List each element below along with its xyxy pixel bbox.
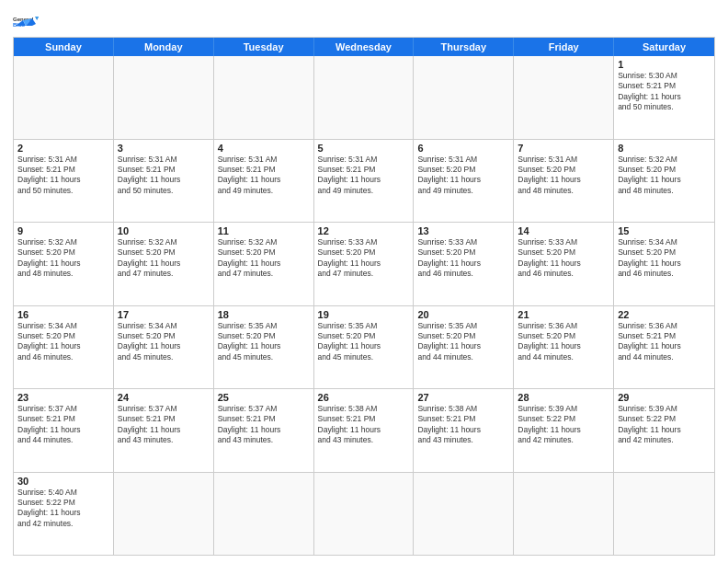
- cal-cell: 8Sunrise: 5:32 AM Sunset: 5:20 PM Daylig…: [614, 140, 714, 223]
- header: General Blue: [13, 9, 715, 33]
- cal-cell: [414, 473, 514, 556]
- calendar-row-2: 9Sunrise: 5:32 AM Sunset: 5:20 PM Daylig…: [14, 223, 714, 306]
- header-day-saturday: Saturday: [614, 38, 714, 56]
- day-info: Sunrise: 5:38 AM Sunset: 5:21 PM Dayligh…: [318, 404, 410, 446]
- day-info: Sunrise: 5:40 AM Sunset: 5:22 PM Dayligh…: [17, 488, 109, 530]
- cal-cell: 28Sunrise: 5:39 AM Sunset: 5:22 PM Dayli…: [514, 389, 614, 472]
- cal-cell: 21Sunrise: 5:36 AM Sunset: 5:20 PM Dayli…: [514, 306, 614, 389]
- cal-cell: 1Sunrise: 5:30 AM Sunset: 5:21 PM Daylig…: [614, 56, 714, 139]
- cal-cell: [114, 473, 214, 556]
- day-info: Sunrise: 5:38 AM Sunset: 5:21 PM Dayligh…: [417, 404, 509, 446]
- calendar-row-3: 16Sunrise: 5:34 AM Sunset: 5:20 PM Dayli…: [14, 306, 714, 390]
- day-number: 30: [17, 476, 109, 487]
- day-info: Sunrise: 5:31 AM Sunset: 5:21 PM Dayligh…: [218, 155, 310, 197]
- day-info: Sunrise: 5:33 AM Sunset: 5:20 PM Dayligh…: [518, 237, 609, 280]
- day-number: 14: [518, 225, 609, 236]
- day-info: Sunrise: 5:37 AM Sunset: 5:21 PM Dayligh…: [218, 404, 310, 446]
- cal-cell: 2Sunrise: 5:31 AM Sunset: 5:21 PM Daylig…: [14, 140, 114, 223]
- cal-cell: 12Sunrise: 5:33 AM Sunset: 5:20 PM Dayli…: [314, 223, 415, 305]
- cal-cell: [214, 56, 314, 139]
- calendar-row-1: 2Sunrise: 5:31 AM Sunset: 5:21 PM Daylig…: [14, 140, 714, 224]
- calendar-row-5: 30Sunrise: 5:40 AM Sunset: 5:22 PM Dayli…: [14, 473, 714, 556]
- header-day-friday: Friday: [514, 38, 614, 56]
- cal-cell: 4Sunrise: 5:31 AM Sunset: 5:21 PM Daylig…: [214, 140, 314, 223]
- cal-cell: [614, 473, 714, 556]
- day-info: Sunrise: 5:39 AM Sunset: 5:22 PM Dayligh…: [518, 404, 609, 446]
- cal-cell: 18Sunrise: 5:35 AM Sunset: 5:20 PM Dayli…: [214, 306, 314, 389]
- day-info: Sunrise: 5:39 AM Sunset: 5:22 PM Dayligh…: [618, 404, 711, 446]
- cal-cell: [14, 56, 114, 139]
- day-info: Sunrise: 5:30 AM Sunset: 5:21 PM Dayligh…: [618, 71, 711, 113]
- cal-cell: 27Sunrise: 5:38 AM Sunset: 5:21 PM Dayli…: [414, 389, 514, 472]
- cal-cell: 29Sunrise: 5:39 AM Sunset: 5:22 PM Dayli…: [614, 389, 714, 472]
- cal-cell: 19Sunrise: 5:35 AM Sunset: 5:20 PM Dayli…: [314, 306, 415, 389]
- day-info: Sunrise: 5:34 AM Sunset: 5:20 PM Dayligh…: [17, 321, 109, 363]
- day-info: Sunrise: 5:37 AM Sunset: 5:21 PM Dayligh…: [118, 404, 210, 446]
- day-info: Sunrise: 5:32 AM Sunset: 5:20 PM Dayligh…: [118, 237, 210, 280]
- cal-cell: 11Sunrise: 5:32 AM Sunset: 5:20 PM Dayli…: [214, 223, 314, 305]
- header-day-monday: Monday: [114, 38, 214, 56]
- day-info: Sunrise: 5:34 AM Sunset: 5:20 PM Dayligh…: [618, 237, 711, 280]
- day-info: Sunrise: 5:31 AM Sunset: 5:21 PM Dayligh…: [17, 155, 109, 197]
- day-number: 15: [618, 225, 711, 236]
- cal-cell: [114, 56, 214, 139]
- header-day-thursday: Thursday: [414, 38, 514, 56]
- day-number: 24: [118, 392, 210, 403]
- cal-cell: [314, 56, 415, 139]
- day-info: Sunrise: 5:34 AM Sunset: 5:20 PM Dayligh…: [118, 321, 210, 363]
- cal-cell: [314, 473, 415, 556]
- day-number: 5: [318, 143, 410, 154]
- day-number: 27: [417, 392, 509, 403]
- cal-cell: 3Sunrise: 5:31 AM Sunset: 5:21 PM Daylig…: [114, 140, 214, 223]
- cal-cell: [514, 56, 614, 139]
- day-info: Sunrise: 5:32 AM Sunset: 5:20 PM Dayligh…: [17, 237, 109, 280]
- day-info: Sunrise: 5:31 AM Sunset: 5:21 PM Dayligh…: [318, 155, 410, 197]
- day-info: Sunrise: 5:35 AM Sunset: 5:20 PM Dayligh…: [318, 321, 410, 363]
- day-info: Sunrise: 5:31 AM Sunset: 5:20 PM Dayligh…: [518, 155, 609, 197]
- day-number: 4: [218, 143, 310, 154]
- cal-cell: 25Sunrise: 5:37 AM Sunset: 5:21 PM Dayli…: [214, 389, 314, 472]
- cal-cell: 16Sunrise: 5:34 AM Sunset: 5:20 PM Dayli…: [14, 306, 114, 389]
- day-info: Sunrise: 5:33 AM Sunset: 5:20 PM Dayligh…: [318, 237, 410, 280]
- calendar: SundayMondayTuesdayWednesdayThursdayFrid…: [13, 37, 715, 556]
- cal-cell: 14Sunrise: 5:33 AM Sunset: 5:20 PM Dayli…: [514, 223, 614, 305]
- day-info: Sunrise: 5:32 AM Sunset: 5:20 PM Dayligh…: [618, 155, 711, 197]
- cal-cell: 24Sunrise: 5:37 AM Sunset: 5:21 PM Dayli…: [114, 389, 214, 472]
- cal-cell: 26Sunrise: 5:38 AM Sunset: 5:21 PM Dayli…: [314, 389, 415, 472]
- cal-cell: [514, 473, 614, 556]
- day-number: 22: [618, 309, 711, 320]
- cal-cell: 15Sunrise: 5:34 AM Sunset: 5:20 PM Dayli…: [614, 223, 714, 305]
- day-number: 23: [17, 392, 109, 403]
- calendar-row-4: 23Sunrise: 5:37 AM Sunset: 5:21 PM Dayli…: [14, 389, 714, 473]
- day-info: Sunrise: 5:32 AM Sunset: 5:20 PM Dayligh…: [218, 237, 310, 280]
- day-number: 20: [417, 309, 509, 320]
- day-number: 17: [118, 309, 210, 320]
- day-info: Sunrise: 5:33 AM Sunset: 5:20 PM Dayligh…: [417, 237, 509, 280]
- day-info: Sunrise: 5:35 AM Sunset: 5:20 PM Dayligh…: [417, 321, 509, 363]
- day-info: Sunrise: 5:37 AM Sunset: 5:21 PM Dayligh…: [17, 404, 109, 446]
- day-number: 11: [218, 225, 310, 236]
- day-info: Sunrise: 5:31 AM Sunset: 5:21 PM Dayligh…: [118, 155, 210, 197]
- cal-cell: [414, 56, 514, 139]
- cal-cell: 22Sunrise: 5:36 AM Sunset: 5:21 PM Dayli…: [614, 306, 714, 389]
- day-number: 8: [618, 143, 711, 154]
- logo-bird-icon: [16, 18, 36, 33]
- calendar-header: SundayMondayTuesdayWednesdayThursdayFrid…: [14, 38, 714, 56]
- calendar-row-0: 1Sunrise: 5:30 AM Sunset: 5:21 PM Daylig…: [14, 56, 714, 140]
- day-number: 29: [618, 392, 711, 403]
- day-number: 13: [417, 225, 509, 236]
- day-number: 2: [17, 143, 109, 154]
- day-number: 1: [618, 59, 711, 70]
- day-number: 18: [218, 309, 310, 320]
- header-day-sunday: Sunday: [14, 38, 114, 56]
- cal-cell: 17Sunrise: 5:34 AM Sunset: 5:20 PM Dayli…: [114, 306, 214, 389]
- day-number: 12: [318, 225, 410, 236]
- cal-cell: 6Sunrise: 5:31 AM Sunset: 5:20 PM Daylig…: [414, 140, 514, 223]
- day-number: 25: [218, 392, 310, 403]
- cal-cell: 7Sunrise: 5:31 AM Sunset: 5:20 PM Daylig…: [514, 140, 614, 223]
- cal-cell: 20Sunrise: 5:35 AM Sunset: 5:20 PM Dayli…: [414, 306, 514, 389]
- cal-cell: 23Sunrise: 5:37 AM Sunset: 5:21 PM Dayli…: [14, 389, 114, 472]
- page: General Blue SundayMondayTuesdayWednesda…: [0, 0, 728, 563]
- cal-cell: 30Sunrise: 5:40 AM Sunset: 5:22 PM Dayli…: [14, 473, 114, 556]
- cal-cell: [214, 473, 314, 556]
